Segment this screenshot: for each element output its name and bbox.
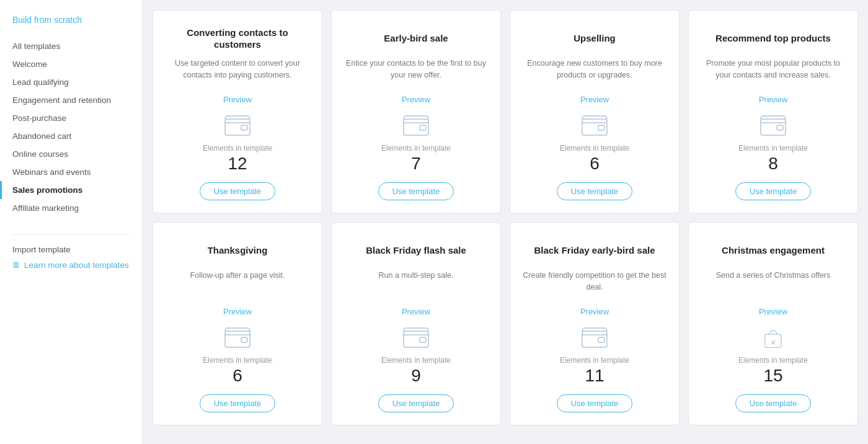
- card-title: Christmas engagement: [722, 238, 825, 264]
- card-description: Send a series of Christmas offers: [716, 270, 831, 301]
- card-preview-link[interactable]: Preview: [580, 95, 609, 104]
- use-template-button[interactable]: Use template: [557, 182, 633, 200]
- card-description: Promote your most popular products to yo…: [701, 58, 845, 89]
- card-elements-label: Elements in template: [738, 356, 808, 365]
- card-description: Create friendly competition to get the b…: [523, 270, 666, 301]
- card-description: Follow-up after a page visit.: [190, 270, 285, 301]
- card-elements-count: 9: [411, 366, 421, 386]
- card-elements-count: 6: [590, 154, 600, 174]
- sidebar-nav-item[interactable]: Post-purchase: [12, 109, 130, 127]
- card-icon: [758, 113, 788, 138]
- card-preview-link[interactable]: Preview: [402, 95, 430, 104]
- card-preview-link[interactable]: Preview: [759, 307, 787, 316]
- card-description: Run a multi-step sale.: [379, 270, 454, 301]
- card-title: Converting contacts to customers: [166, 25, 309, 51]
- svg-rect-13: [598, 337, 604, 342]
- card-title: Black Friday flash sale: [366, 238, 466, 264]
- sidebar-nav-item[interactable]: Sales promotions: [12, 181, 130, 199]
- card-description: Use targeted content to convert your con…: [166, 58, 309, 89]
- card-icon: [401, 113, 431, 138]
- card-elements-label: Elements in template: [560, 356, 629, 365]
- cards-grid: Converting contacts to customers Use tar…: [153, 10, 858, 425]
- card-title: Recommend top products: [715, 25, 831, 51]
- card-title: Early-bird sale: [384, 25, 448, 51]
- card-elements-label: Elements in template: [560, 144, 629, 153]
- card-elements-count: 11: [585, 366, 604, 386]
- sidebar-nav-item[interactable]: Engagement and retention: [12, 91, 130, 109]
- card-elements-count: 8: [768, 154, 778, 174]
- template-card: Black Friday early-bird sale Create frie…: [510, 222, 680, 425]
- svg-rect-10: [404, 331, 428, 347]
- use-template-button[interactable]: Use template: [735, 182, 812, 200]
- card-icon: [758, 325, 788, 350]
- sidebar-divider: [12, 234, 130, 235]
- use-template-button[interactable]: Use template: [200, 394, 276, 412]
- template-card: Converting contacts to customers Use tar…: [153, 10, 322, 213]
- card-title: Upselling: [574, 25, 616, 51]
- card-preview-link[interactable]: Preview: [402, 307, 430, 316]
- template-card: Christmas engagement Send a series of Ch…: [688, 222, 858, 425]
- sidebar-nav-item[interactable]: Affiliate marketing: [12, 199, 130, 217]
- sidebar-nav: All templatesWelcomeLead qualifyingEngag…: [12, 37, 130, 217]
- use-template-button[interactable]: Use template: [378, 182, 454, 200]
- build-from-scratch-link[interactable]: Build from scratch: [12, 15, 130, 25]
- import-template-link[interactable]: Import template: [12, 245, 130, 254]
- svg-rect-11: [420, 337, 426, 342]
- card-title: Black Friday early-bird sale: [534, 238, 655, 264]
- main-content: Converting contacts to customers Use tar…: [143, 0, 868, 444]
- card-elements-label: Elements in template: [381, 144, 451, 153]
- template-card: Recommend top products Promote your most…: [688, 10, 858, 213]
- sidebar-nav-item[interactable]: Lead qualifying: [12, 73, 130, 91]
- learn-more-link[interactable]: 🗎 Learn more about templates: [12, 260, 130, 270]
- sidebar-nav-item[interactable]: Welcome: [12, 55, 130, 73]
- svg-rect-5: [598, 125, 604, 130]
- card-icon: [580, 113, 609, 138]
- svg-rect-4: [582, 119, 607, 135]
- template-card: Upselling Encourage new customers to buy…: [510, 10, 680, 213]
- card-icon: [223, 325, 252, 350]
- use-template-button[interactable]: Use template: [378, 394, 454, 412]
- template-card: Thanksgiving Follow-up after a page visi…: [153, 222, 322, 425]
- svg-rect-14: [765, 334, 781, 347]
- card-preview-link[interactable]: Preview: [580, 307, 609, 316]
- card-elements-count: 7: [411, 154, 421, 174]
- use-template-button[interactable]: Use template: [735, 394, 812, 412]
- use-template-button[interactable]: Use template: [557, 394, 633, 412]
- card-preview-link[interactable]: Preview: [223, 95, 252, 104]
- card-icon: [401, 325, 431, 350]
- card-description: Encourage new customers to buy more prod…: [523, 58, 666, 89]
- card-preview-link[interactable]: Preview: [223, 307, 252, 316]
- template-card: Early-bird sale Entice your contacts to …: [331, 10, 501, 213]
- card-icon: [580, 325, 609, 350]
- sidebar: Build from scratch All templatesWelcomeL…: [0, 0, 143, 444]
- card-preview-link[interactable]: Preview: [759, 95, 787, 104]
- learn-more-icon: 🗎: [12, 260, 21, 270]
- card-elements-label: Elements in template: [738, 144, 808, 153]
- sidebar-nav-item[interactable]: Online courses: [12, 145, 130, 163]
- card-elements-count: 6: [232, 366, 242, 386]
- sidebar-nav-item[interactable]: Abandoned cart: [12, 127, 130, 145]
- svg-rect-9: [241, 337, 247, 342]
- page-layout: Build from scratch All templatesWelcomeL…: [0, 0, 868, 444]
- svg-rect-2: [404, 119, 428, 135]
- card-icon: [223, 113, 252, 138]
- template-card: Black Friday flash sale Run a multi-step…: [331, 222, 501, 425]
- learn-more-text: Learn more about templates: [24, 260, 129, 270]
- svg-rect-3: [420, 125, 426, 130]
- svg-rect-7: [777, 125, 783, 130]
- use-template-button[interactable]: Use template: [200, 182, 276, 200]
- card-description: Entice your contacts to be the first to …: [344, 58, 488, 89]
- card-elements-label: Elements in template: [203, 144, 272, 153]
- svg-rect-0: [225, 119, 250, 135]
- svg-rect-1: [241, 125, 247, 130]
- card-title: Thanksgiving: [208, 238, 268, 264]
- svg-rect-12: [582, 331, 607, 347]
- card-elements-label: Elements in template: [203, 356, 272, 365]
- card-elements-count: 12: [228, 154, 247, 174]
- svg-rect-6: [761, 119, 786, 135]
- sidebar-nav-item[interactable]: All templates: [12, 37, 130, 55]
- svg-rect-8: [225, 331, 250, 347]
- card-elements-count: 15: [763, 366, 782, 386]
- sidebar-nav-item[interactable]: Webinars and events: [12, 163, 130, 181]
- card-elements-label: Elements in template: [381, 356, 451, 365]
